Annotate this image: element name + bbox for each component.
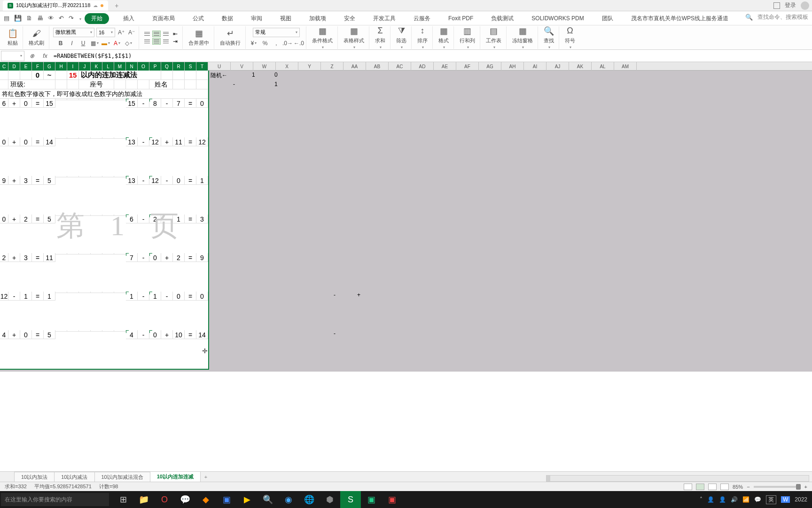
col-header-AE[interactable]: AE — [434, 62, 456, 71]
document-tab[interactable]: S 10以内加减法打印...开20221118 ☁ — [3, 0, 108, 11]
col-header-AD[interactable]: AD — [411, 62, 434, 71]
col-header-O[interactable]: O — [138, 62, 149, 71]
app-icon-5[interactable]: ▣ — [382, 491, 402, 508]
freeze-button[interactable]: ▦冻结窗格 — [510, 26, 535, 49]
col-header-E[interactable]: E — [20, 62, 32, 71]
sort-button[interactable]: ↕排序 — [415, 26, 429, 49]
login-button[interactable]: 登录 — [785, 1, 796, 9]
cell[interactable]: 0 — [0, 137, 8, 146]
window-mode-icon[interactable] — [773, 2, 780, 9]
tray-people-icon[interactable]: 👤 — [707, 496, 714, 503]
cell[interactable] — [114, 214, 126, 216]
cell[interactable]: = — [32, 292, 44, 301]
cell[interactable] — [138, 80, 149, 89]
cell[interactable]: = — [32, 253, 44, 262]
cell[interactable]: 12 — [149, 137, 161, 146]
cell[interactable] — [196, 80, 208, 89]
cell[interactable] — [79, 253, 91, 254]
fx-icon[interactable]: fx — [40, 51, 50, 61]
cell[interactable]: 3 — [20, 253, 32, 262]
cell[interactable]: 座号 — [79, 80, 114, 89]
cell[interactable]: 0 — [32, 71, 44, 80]
cell-u1[interactable]: 随机← — [211, 71, 227, 79]
tray-volume-icon[interactable]: 🔊 — [731, 496, 738, 503]
cell[interactable] — [91, 214, 102, 216]
col-header-AK[interactable]: AK — [569, 62, 592, 71]
cond-format-button[interactable]: ▦条件格式 — [310, 26, 335, 49]
cell[interactable]: 2 — [0, 253, 8, 262]
wps-spreadsheet-icon[interactable]: S — [340, 491, 361, 508]
cell[interactable]: 0 — [196, 292, 208, 301]
col-header-V[interactable]: V — [231, 62, 253, 71]
cell[interactable] — [114, 176, 126, 177]
find-button[interactable]: 🔍查找 — [542, 26, 556, 49]
cell[interactable] — [67, 137, 79, 139]
col-header-L[interactable]: L — [102, 62, 114, 71]
col-header-AC[interactable]: AC — [389, 62, 411, 71]
cell[interactable]: 5 — [44, 330, 55, 339]
cell[interactable] — [67, 80, 79, 89]
cell[interactable] — [55, 137, 67, 139]
cell[interactable]: 7 — [173, 99, 185, 108]
cell[interactable] — [67, 176, 79, 177]
cell[interactable] — [55, 292, 67, 293]
redo-icon[interactable]: ↷ — [69, 15, 74, 22]
tray-network-icon[interactable]: 📶 — [742, 496, 750, 503]
tab-wps-service[interactable]: 茂名市市直机关单位WPS线上服务通道 — [627, 13, 732, 24]
cell[interactable] — [161, 71, 173, 80]
print-preview-icon[interactable]: 👁 — [48, 15, 54, 22]
undo-icon[interactable]: ↶ — [59, 15, 64, 22]
explorer-icon[interactable]: 📁 — [133, 491, 154, 508]
sheet-tab-3[interactable]: 10以内加减法混合 — [94, 472, 150, 482]
cell[interactable]: - — [161, 214, 173, 223]
tab-solidworks[interactable]: SOLIDWORKS PDM — [528, 13, 587, 24]
cell[interactable] — [55, 99, 67, 100]
everything-icon[interactable]: 🔍 — [258, 491, 278, 508]
cell[interactable] — [67, 253, 79, 254]
cell[interactable]: 5 — [44, 214, 55, 223]
indent-increase[interactable]: ⇥ — [171, 38, 180, 45]
cell[interactable]: 1 — [196, 176, 208, 185]
cell[interactable]: 0 — [149, 330, 161, 339]
cell[interactable]: 11 — [44, 253, 55, 262]
col-header-W[interactable]: W — [253, 62, 276, 71]
col-header-AM[interactable]: AM — [614, 62, 637, 71]
align-top-right[interactable] — [162, 31, 170, 37]
cell[interactable]: = — [185, 253, 196, 262]
cell[interactable]: 6 — [126, 214, 138, 223]
col-header-S[interactable]: S — [185, 62, 196, 71]
cell[interactable]: + — [8, 214, 20, 223]
tray-ime-w[interactable]: W — [781, 496, 790, 503]
col-header-Y[interactable]: Y — [298, 62, 321, 71]
tab-review[interactable]: 审阅 — [247, 13, 266, 24]
cell[interactable]: 8 — [149, 99, 161, 108]
table-style-button[interactable]: ▦表格样式 — [342, 26, 366, 49]
edge-icon[interactable]: ◉ — [278, 491, 299, 508]
cell[interactable]: = — [185, 99, 196, 108]
taskbar-search[interactable]: 在这里输入你要搜索的内容 — [1, 493, 109, 506]
grid-area[interactable]: 第 1 页 0~15以内的连加连减法班级:座号姓名将红色数字修改下，即可修改成红… — [0, 71, 812, 372]
cell[interactable]: 15 — [126, 99, 138, 108]
cell[interactable] — [102, 214, 114, 216]
cell[interactable]: 11 — [173, 137, 185, 146]
cell[interactable]: 1 — [149, 292, 161, 301]
cell[interactable]: 12 — [0, 292, 8, 301]
cell[interactable] — [79, 214, 91, 216]
cell[interactable] — [114, 99, 126, 100]
zoom-slider[interactable] — [754, 486, 801, 488]
cell[interactable] — [102, 176, 114, 177]
cell[interactable] — [102, 292, 114, 293]
col-header-AH[interactable]: AH — [501, 62, 524, 71]
cell[interactable] — [102, 99, 114, 100]
align-center[interactable] — [152, 38, 161, 45]
tab-foxit[interactable]: Foxit PDF — [445, 13, 477, 24]
cell[interactable]: 10 — [173, 330, 185, 339]
increase-font-icon[interactable]: A⁺ — [117, 28, 125, 37]
cell[interactable] — [79, 330, 91, 332]
cell[interactable]: 14 — [44, 137, 55, 146]
app-icon-3[interactable]: ⬢ — [320, 491, 340, 508]
fill-color-button[interactable]: ▬ — [102, 39, 110, 48]
align-left[interactable] — [143, 38, 151, 45]
cell[interactable]: 姓名 — [149, 80, 173, 89]
cell[interactable] — [114, 292, 126, 293]
